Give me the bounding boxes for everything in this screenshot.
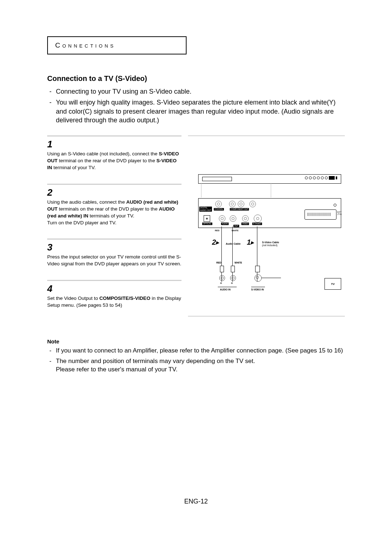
audio-out-right-jack-icon (230, 215, 236, 222)
label-svideo-in: S-VIDEO IN (251, 288, 264, 291)
component-jack-icon (238, 201, 244, 207)
step-number: 4 (47, 283, 181, 294)
note-item: If you want to connect to an Amplifier, … (47, 347, 345, 355)
jack-marker: ⊛ (231, 282, 233, 285)
video-out-jack-icon (242, 215, 249, 222)
jack-marker: ⊛ (220, 282, 222, 285)
section-title: Connection to a TV (S-Video) (47, 74, 345, 83)
component-jack-icon (249, 201, 256, 207)
step-number: 3 (47, 242, 181, 253)
dvd-rear-panel: DIGITALAUDIO OUT COAXIAL COMPONENT OUT ◉… (198, 198, 341, 228)
label-white-plug: WHITE (234, 261, 242, 264)
label-coaxial: COAXIAL (214, 208, 224, 211)
connection-diagram: DIGITALAUDIO OUT COAXIAL COMPONENT OUT ◉… (198, 174, 341, 236)
intro-bullet: You will enjoy high quality images. S-Vi… (47, 98, 345, 125)
diagram-callout-1: 1▶ (247, 238, 254, 246)
svideo-out-jack-icon (254, 215, 262, 223)
diagram-callout-2: 2▶ (212, 238, 219, 246)
step-text: Using an S-Video cable (not included), c… (47, 151, 181, 171)
tv-audio-in-right-jack-icon (230, 275, 236, 281)
svideo-plug-icon (255, 266, 260, 272)
steps-column: 1 Using an S-Video cable (not included),… (47, 135, 181, 317)
step-text: Using the audio cables, connect the AUDI… (47, 199, 181, 227)
step-number: 1 (47, 139, 181, 150)
label-svideo: S-VIDEO (252, 223, 262, 225)
label-ext-tv: EXT(TV) (337, 211, 342, 215)
note-item: The number and position of terminals may… (47, 357, 345, 374)
label-component-out: COMPONENT OUT (230, 208, 249, 211)
main-row: 1 Using an S-Video cable (not included),… (47, 135, 345, 317)
step-divider (47, 135, 181, 136)
callout-1-label-b: (not included) (262, 244, 277, 247)
chapter-label-box: Connections (47, 36, 187, 54)
notes-list: If you want to connect to an Amplifier, … (47, 347, 345, 374)
step-divider (47, 184, 181, 185)
tv-audio-in-left-jack-icon (219, 275, 225, 281)
arrow-right-icon: ▶ (216, 240, 219, 245)
label-red: RED (215, 229, 220, 232)
label-audio: AUDIO (221, 223, 229, 225)
connector-line (261, 278, 281, 278)
label-out: OUT (233, 225, 239, 227)
label-video: VIDEO (241, 223, 249, 225)
disc-tray-icon (202, 177, 232, 181)
audio-out-left-jack-icon (219, 215, 225, 222)
optical-jack-icon: ◉ (204, 215, 210, 222)
step-text: Press the input selector on your TV remo… (47, 254, 181, 268)
audio-cable-red-wire (221, 227, 222, 282)
rca-plug-icon (220, 266, 224, 272)
rca-plug-icon (231, 266, 235, 272)
intro-list: Connecting to your TV using an S-Video c… (47, 87, 345, 125)
callout-2-label: Audio Cable (226, 242, 241, 245)
underline (218, 287, 237, 287)
guide-line (201, 183, 201, 197)
notes-heading: Note (47, 338, 345, 345)
label-red-plug: RED (216, 261, 221, 264)
front-buttons-icon (305, 176, 337, 180)
manual-page: Connections Connection to a TV (S-Video)… (0, 0, 392, 538)
label-audio-in: AUDIO IN (220, 288, 230, 291)
arrow-right-icon: ▶ (251, 240, 254, 245)
tv-box: TV (324, 278, 341, 290)
step-2: 2 Using the audio cables, connect the AU… (47, 184, 181, 227)
page-number: ENG-12 (0, 498, 392, 505)
guide-line (271, 183, 271, 197)
underline (251, 287, 265, 287)
tv-label: TV (331, 282, 335, 286)
step-3: 3 Press the input selector on your TV re… (47, 239, 181, 268)
diagram-column: DIGITALAUDIO OUT COAXIAL COMPONENT OUT ◉… (188, 135, 345, 317)
label-optical: OPTICAL (202, 223, 212, 225)
step-1: 1 Using an S-Video cable (not included),… (47, 135, 181, 171)
tv-svideo-in-jack-icon (254, 274, 262, 282)
step-text: Set the Video Output to COMPOSITE/S-VIDE… (47, 295, 181, 309)
scart-connector-icon (305, 209, 336, 220)
step-number: 2 (47, 187, 181, 198)
coaxial-jack-icon (215, 201, 222, 207)
component-jack-icon (229, 201, 236, 207)
scart-screw-icon (334, 204, 336, 207)
label-digital-audio-out: DIGITALAUDIO OUT (199, 207, 212, 212)
step-divider (47, 280, 181, 281)
chapter-label: Connections (55, 41, 115, 49)
step-4: 4 Set the Video Output to COMPOSITE/S-VI… (47, 280, 181, 309)
callout-1-label-a: S-Video Cable (262, 241, 279, 244)
intro-bullet: Connecting to your TV using an S-Video c… (47, 87, 345, 96)
dvd-player-top (198, 174, 341, 184)
step-divider (47, 239, 181, 240)
svideo-cable-wire (257, 227, 257, 282)
audio-cable-white-wire (232, 227, 233, 282)
